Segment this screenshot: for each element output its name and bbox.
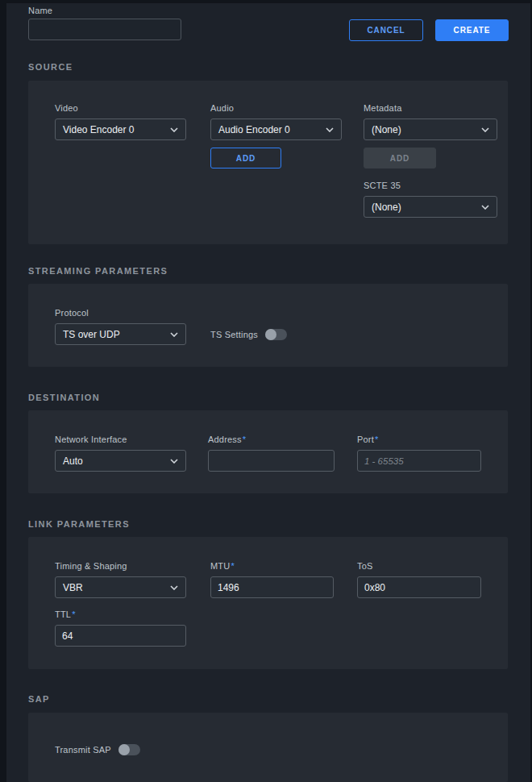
scte35-select[interactable]: (None)	[364, 196, 497, 218]
tos-input[interactable]	[357, 576, 481, 598]
toggle-knob	[265, 329, 276, 340]
port-input[interactable]	[357, 450, 481, 472]
required-asterisk: *	[243, 435, 246, 444]
metadata-add-button[interactable]: ADD	[364, 148, 436, 168]
ttl-input[interactable]	[55, 625, 186, 647]
destination-panel: Network Interface Auto Address* Port*	[28, 410, 508, 493]
port-label: Port*	[357, 435, 378, 444]
name-input[interactable]	[28, 19, 181, 40]
metadata-label: Metadata	[364, 103, 401, 113]
network-interface-select-value: Auto	[63, 455, 83, 467]
metadata-select-value: (None)	[372, 124, 401, 135]
audio-select[interactable]: Audio Encoder 0	[210, 119, 342, 140]
audio-add-button[interactable]: ADD	[210, 148, 281, 168]
left-edge	[0, 0, 6, 782]
mtu-input[interactable]	[210, 576, 334, 598]
create-button[interactable]: CREATE	[435, 19, 509, 41]
video-label: Video	[55, 103, 78, 113]
transmit-sap-row: Transmit SAP	[55, 738, 140, 760]
video-select[interactable]: Video Encoder 0	[55, 119, 186, 140]
link-section-title: LINK PARAMETERS	[28, 519, 130, 529]
chevron-down-icon	[481, 205, 489, 210]
video-select-value: Video Encoder 0	[63, 124, 135, 135]
chevron-down-icon	[170, 332, 178, 337]
scte35-select-value: (None)	[372, 202, 401, 213]
sap-panel: Transmit SAP	[28, 713, 508, 782]
name-label: Name	[28, 6, 52, 15]
ts-settings-label: TS Settings	[210, 330, 258, 339]
mtu-label-text: MTU	[210, 561, 230, 571]
required-asterisk: *	[375, 435, 378, 444]
chevron-down-icon	[170, 585, 178, 590]
network-interface-select[interactable]: Auto	[55, 450, 186, 472]
chevron-down-icon	[481, 127, 489, 132]
ts-settings-row: TS Settings	[210, 323, 287, 345]
protocol-select[interactable]: TS over UDP	[55, 323, 186, 345]
required-asterisk: *	[72, 609, 75, 619]
ts-settings-toggle[interactable]	[265, 329, 287, 340]
audio-label: Audio	[210, 103, 234, 113]
create-output-form: Name CANCEL CREATE SOURCE Video Video En…	[0, 0, 532, 782]
port-label-text: Port	[357, 435, 374, 444]
network-interface-label: Network Interface	[55, 435, 127, 444]
sap-section-title: SAP	[28, 694, 50, 704]
ttl-label-text: TTL	[55, 609, 71, 619]
cancel-button[interactable]: CANCEL	[349, 19, 423, 41]
transmit-sap-toggle[interactable]	[118, 744, 140, 755]
address-input[interactable]	[208, 450, 335, 472]
tos-label: ToS	[357, 561, 373, 571]
chevron-down-icon	[170, 459, 178, 464]
streaming-section-title: STREAMING PARAMETERS	[28, 266, 168, 276]
audio-select-value: Audio Encoder 0	[218, 124, 290, 135]
chevron-down-icon	[326, 127, 334, 132]
source-section-title: SOURCE	[28, 62, 73, 72]
destination-section-title: DESTINATION	[28, 393, 100, 402]
chevron-down-icon	[170, 127, 178, 132]
streaming-panel: Protocol TS over UDP TS Settings	[28, 284, 508, 367]
toggle-knob	[118, 744, 130, 755]
required-asterisk: *	[231, 561, 234, 571]
timing-shaping-select-value: VBR	[63, 582, 83, 593]
ttl-label: TTL*	[55, 609, 76, 619]
protocol-select-value: TS over UDP	[63, 329, 120, 340]
source-panel: Video Video Encoder 0 Audio Audio Encode…	[28, 81, 508, 244]
top-edge	[0, 0, 532, 3]
timing-shaping-label: Timing & Shaping	[55, 561, 127, 571]
transmit-sap-label: Transmit SAP	[55, 745, 111, 755]
link-panel: Timing & Shaping VBR MTU* ToS TTL*	[28, 537, 508, 669]
address-label: Address*	[208, 435, 246, 444]
address-label-text: Address	[208, 435, 242, 444]
metadata-select[interactable]: (None)	[364, 119, 497, 140]
mtu-label: MTU*	[210, 561, 235, 571]
timing-shaping-select[interactable]: VBR	[55, 576, 186, 598]
scte35-label: SCTE 35	[364, 181, 401, 190]
protocol-label: Protocol	[55, 308, 89, 318]
